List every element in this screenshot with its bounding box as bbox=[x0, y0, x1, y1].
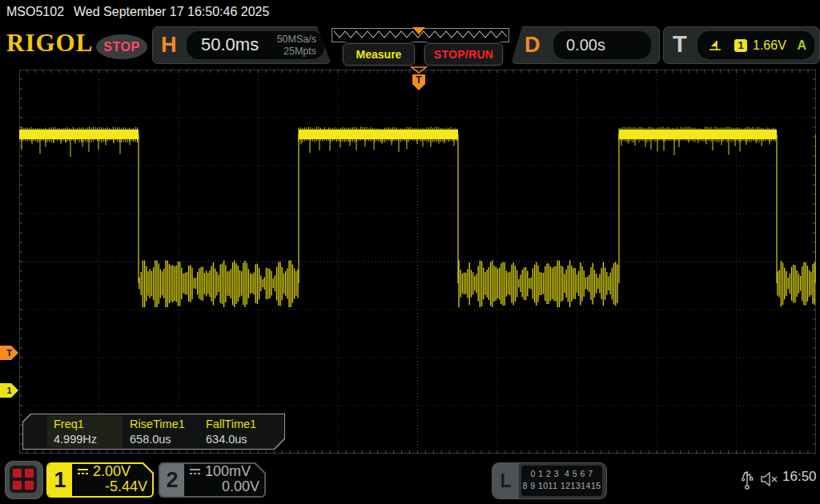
run-state-badge[interactable]: STOP bbox=[96, 34, 147, 59]
datetime-text: Wed September 17 16:50:46 2025 bbox=[74, 5, 269, 18]
trigger-level-marker[interactable]: T bbox=[0, 346, 18, 360]
stop-run-button[interactable]: STOP/RUN bbox=[424, 43, 503, 66]
trigger-source-badge: 1 bbox=[734, 39, 747, 52]
measure-button[interactable]: Measure bbox=[343, 43, 415, 66]
measurement-risetime: RiseTime1 658.0us bbox=[130, 414, 185, 446]
channel-2-box[interactable]: 2 100mV 0.00V bbox=[159, 462, 266, 498]
model-name: MSO5102 bbox=[6, 5, 64, 18]
measurement-panel-body: Freq1 4.999Hz RiseTime1 658.0us FallTime… bbox=[23, 414, 284, 449]
trigger-level-value: 1.66V bbox=[753, 38, 786, 53]
titlebar: MSO5102Wed September 17 16:50:46 2025 bbox=[0, 0, 820, 24]
measurement-panel[interactable]: Freq1 4.999Hz RiseTime1 658.0us FallTime… bbox=[22, 414, 285, 450]
channel-2-offset: 0.00V bbox=[222, 478, 259, 495]
channel-1-number: 1 bbox=[48, 464, 72, 496]
logic-channel-numbers: 0 1 2 3 4 5 6 7 8 9 1011 12131415 bbox=[521, 466, 602, 496]
speaker-muted-icon[interactable] bbox=[759, 470, 780, 488]
channel-1-scale-row: 2.00V bbox=[77, 463, 131, 480]
clock: 16:50 bbox=[782, 469, 817, 485]
ch1-zero-marker[interactable]: 1 bbox=[0, 383, 18, 398]
function-navigator-button[interactable] bbox=[5, 461, 43, 499]
grid-icon bbox=[10, 466, 37, 493]
oscilloscope-screen: MSO5102Wed September 17 16:50:46 2025 RI… bbox=[0, 0, 820, 504]
memory-depth: 25Mpts bbox=[277, 46, 316, 58]
delay-pill: 0.00s bbox=[553, 31, 651, 59]
measurement-freq: Freq1 4.999Hz bbox=[54, 414, 97, 446]
channel-1-offset: -5.44V bbox=[105, 478, 147, 495]
header-bar: RIGOL STOP H 50.0ms 50MSa/s 25Mpts Measu… bbox=[0, 24, 820, 66]
trigger-mode: A bbox=[797, 38, 806, 53]
trigger-label: T bbox=[673, 31, 687, 58]
svg-text:T: T bbox=[416, 74, 422, 86]
trigger-pill: 1 1.66V A bbox=[697, 31, 814, 59]
logic-channels-box[interactable]: L 0 1 2 3 4 5 6 7 8 9 1011 12131415 bbox=[492, 462, 607, 499]
trigger-slope-icon bbox=[709, 39, 722, 51]
channel-2-scale-row: 100mV bbox=[189, 463, 251, 480]
delay-block[interactable]: D 0.00s bbox=[511, 26, 660, 64]
horizontal-settings-block[interactable]: H 50.0ms 50MSa/s 25Mpts bbox=[152, 26, 332, 64]
horizontal-label: H bbox=[161, 33, 177, 58]
waveform-display[interactable] bbox=[19, 70, 816, 454]
dc-coupling-icon bbox=[77, 467, 89, 476]
delay-value: 0.00s bbox=[566, 36, 605, 54]
dc-coupling-icon bbox=[189, 467, 201, 476]
channel-1-box[interactable]: 1 2.00V -5.44V bbox=[46, 462, 154, 498]
timebase-pill: 50.0ms 50MSa/s 25Mpts bbox=[187, 31, 324, 59]
delay-label: D bbox=[525, 33, 541, 58]
channel-2-number: 2 bbox=[160, 464, 184, 496]
graticule-and-trace bbox=[19, 70, 816, 454]
logic-label: L bbox=[492, 463, 519, 498]
measurement-falltime: FallTime1 634.0us bbox=[206, 414, 256, 446]
rigol-logo: RIGOL bbox=[6, 29, 93, 58]
sample-rate: 50MSa/s bbox=[277, 34, 316, 46]
trigger-block[interactable]: T 1 1.66V A bbox=[663, 26, 820, 64]
timebase-value: 50.0ms bbox=[201, 34, 259, 55]
usb-icon bbox=[741, 468, 754, 490]
trigger-position-marker[interactable]: T bbox=[410, 66, 428, 92]
preview-position-marker[interactable] bbox=[412, 27, 425, 34]
acquisition-info: 50MSa/s 25Mpts bbox=[277, 34, 316, 58]
